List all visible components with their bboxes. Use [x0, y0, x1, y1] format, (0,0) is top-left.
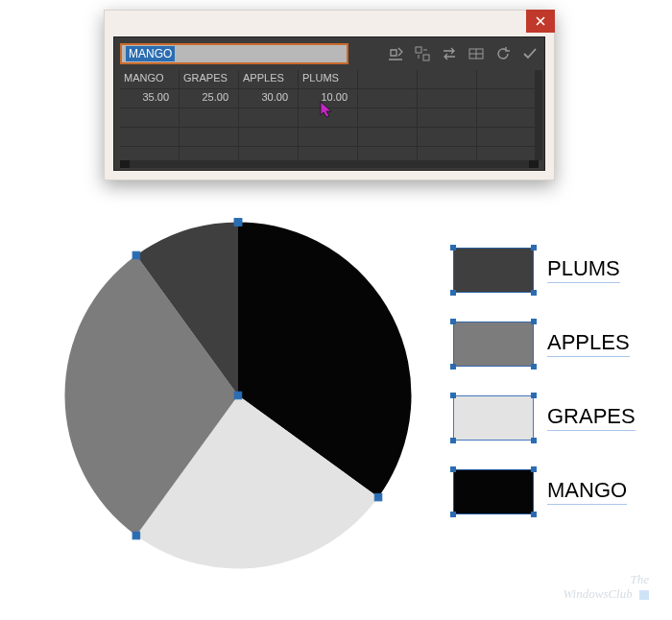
transpose-icon[interactable]	[414, 45, 431, 62]
data-grid[interactable]: MANGO GRAPES APPLES PLUMS 35.00 25.00 30…	[120, 70, 539, 160]
header-cell[interactable]: GRAPES	[180, 70, 239, 88]
legend-swatch[interactable]	[453, 248, 534, 293]
header-cell[interactable]	[418, 70, 477, 88]
legend: PLUMSAPPLESGRAPESMANGO	[453, 245, 655, 516]
header-cell[interactable]: APPLES	[239, 70, 299, 88]
header-cell[interactable]	[358, 70, 418, 88]
legend-swatch[interactable]	[453, 469, 534, 514]
panel-toolbar	[387, 45, 539, 62]
apply-icon[interactable]	[521, 45, 539, 62]
header-row: MANGO GRAPES APPLES PLUMS	[120, 70, 539, 89]
vertical-scrollbar[interactable]	[535, 70, 542, 160]
panel-body: MANGO MANGO GRAPES APPLES PLUMS	[113, 36, 545, 171]
graph-data-panel: MANGO MANGO GRAPES APPLES PLUMS	[104, 10, 555, 180]
legend-label: PLUMS	[547, 256, 620, 283]
scroll-right-icon[interactable]	[529, 160, 539, 168]
svg-rect-1	[423, 55, 429, 60]
value-row: 35.00 25.00 30.00 10.00	[120, 89, 539, 108]
value-cell[interactable]: 30.00	[239, 89, 299, 107]
scroll-left-icon[interactable]	[120, 160, 130, 168]
header-cell[interactable]: PLUMS	[299, 70, 358, 88]
legend-label: GRAPES	[547, 404, 636, 431]
selection-handle[interactable]	[374, 493, 382, 501]
cell-style-icon[interactable]	[468, 45, 485, 62]
value-cell[interactable]: 35.00	[120, 89, 180, 107]
cell-entry-input[interactable]: MANGO	[120, 43, 348, 64]
selection-handle[interactable]	[234, 219, 242, 227]
watermark-line2: WindowsClub	[564, 586, 633, 601]
header-cell[interactable]	[477, 70, 537, 88]
legend-item-grapes[interactable]: GRAPES	[453, 393, 655, 442]
switch-xy-icon[interactable]	[441, 45, 458, 62]
pie-chart[interactable]	[56, 213, 420, 578]
value-cell[interactable]	[358, 89, 418, 107]
svg-rect-0	[416, 47, 421, 53]
header-cell[interactable]: MANGO	[120, 70, 180, 88]
value-cell[interactable]: 25.00	[180, 89, 239, 107]
watermark: The WindowsClub	[564, 573, 650, 601]
legend-label: APPLES	[547, 330, 630, 357]
value-cell[interactable]	[418, 89, 477, 107]
cell-entry-value: MANGO	[126, 46, 175, 61]
value-cell[interactable]: 10.00	[299, 89, 358, 107]
watermark-line1: The	[631, 572, 650, 586]
selection-handle[interactable]	[132, 251, 140, 259]
legend-label: MANGO	[547, 478, 627, 505]
legend-item-apples[interactable]: APPLES	[453, 319, 655, 369]
revert-icon[interactable]	[494, 45, 512, 62]
legend-item-plums[interactable]: PLUMS	[453, 245, 655, 295]
legend-item-mango[interactable]: MANGO	[453, 466, 655, 516]
close-button[interactable]	[526, 10, 555, 33]
value-cell[interactable]	[477, 89, 537, 107]
selection-handle[interactable]	[132, 532, 140, 539]
selection-handle[interactable]	[234, 392, 242, 399]
legend-swatch[interactable]	[453, 322, 534, 367]
horizontal-scrollbar[interactable]	[120, 160, 539, 168]
legend-swatch[interactable]	[453, 395, 534, 441]
import-data-icon[interactable]	[387, 45, 404, 62]
watermark-square-icon	[639, 590, 649, 600]
